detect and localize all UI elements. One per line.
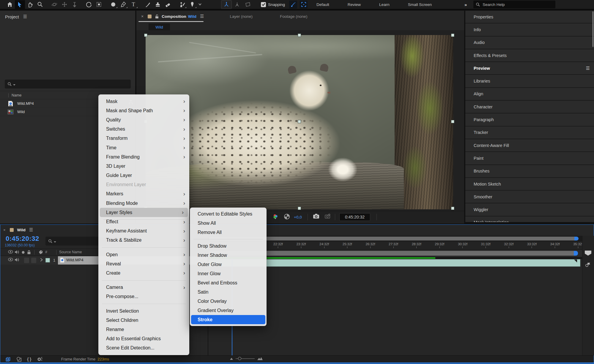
panel-tab[interactable]: Info ☰	[465, 23, 594, 36]
panel-tab[interactable]: Paragraph ☰	[465, 113, 594, 126]
viewer-panel-menu-icon[interactable]: ☰	[200, 14, 204, 19]
context-menu-item[interactable]: Invert Selection ›	[98, 306, 189, 316]
context-menu-item[interactable]: Guide Layer ›	[98, 171, 189, 180]
current-timecode[interactable]: 0:45:20:32	[6, 235, 39, 243]
snap-features-icon[interactable]	[289, 1, 297, 9]
orbit-camera-tool[interactable]	[49, 0, 59, 9]
context-menu-item[interactable]: Effect ›	[98, 217, 189, 226]
tab-footage[interactable]: Footage (none)	[280, 14, 307, 19]
clone-stamp-tool[interactable]	[153, 0, 163, 9]
composition-breadcrumb[interactable]: Wild	[149, 23, 170, 31]
workspace-tab[interactable]: Small Screen	[408, 2, 432, 7]
video-column-icon[interactable]	[8, 250, 13, 254]
context-menu-item[interactable]: Switches ›	[98, 125, 189, 134]
comp-button-icon[interactable]	[585, 262, 591, 267]
context-menu-item[interactable]: Keyframe Assistant ›	[98, 227, 189, 236]
workspace-tab[interactable]: Review	[348, 2, 361, 7]
context-menu-item[interactable]: Pre-compose... ›	[98, 292, 189, 301]
close-tab-icon[interactable]: ×	[3, 228, 6, 232]
sidebar-scrollbar[interactable]	[593, 11, 593, 47]
show-snapshot-icon[interactable]	[324, 213, 331, 219]
workspace-overflow-button[interactable]: »	[464, 2, 467, 7]
search-options-caret[interactable]	[13, 84, 15, 86]
selection-handle[interactable]	[451, 207, 454, 210]
eraser-tool[interactable]	[163, 0, 173, 9]
rotation-tool[interactable]	[84, 0, 94, 9]
switch-well[interactable]	[24, 258, 29, 263]
draft-3d-toggle-icon[interactable]	[16, 357, 22, 362]
submenu-item[interactable]: Drop Shadow	[190, 241, 267, 251]
context-menu-item[interactable]: Layer Styles ›	[100, 208, 188, 217]
panel-tab[interactable]: Align ☰	[465, 88, 594, 101]
panel-tab[interactable]: Properties ☰	[465, 11, 594, 23]
context-menu-item[interactable]: Mask ›	[98, 97, 189, 106]
panel-tab[interactable]: Motion Sketch ☰	[465, 178, 594, 191]
channel-rgb-icon[interactable]	[272, 213, 278, 219]
layer-name[interactable]: Wild.MP4	[66, 258, 83, 262]
dolly-camera-tool[interactable]	[70, 0, 80, 9]
context-menu-item[interactable]: Environment Layer ›	[98, 180, 189, 189]
tab-composition[interactable]: Composition	[162, 14, 186, 19]
timeline-tab[interactable]: × Wild ☰	[3, 227, 33, 232]
expressions-toggle-icon[interactable]: { }	[27, 357, 31, 362]
context-menu-item[interactable]: Camera ›	[98, 283, 189, 292]
project-panel-menu-icon[interactable]: ☰	[23, 14, 27, 19]
timeline-zoom-control[interactable]	[230, 357, 263, 360]
submenu-item[interactable]: Stroke	[191, 315, 265, 324]
panel-tab[interactable]: Character ☰	[465, 101, 594, 113]
source-name-column-header[interactable]: Source Name	[59, 250, 82, 254]
panel-tab[interactable]: Libraries ☰	[465, 75, 594, 88]
viewer-timecode[interactable]: 0:45:20:32	[339, 213, 370, 221]
shape-tool[interactable]	[108, 0, 118, 9]
layer-video-icon[interactable]	[8, 258, 13, 261]
submenu-item[interactable]: Satin	[190, 287, 267, 297]
lock-column-icon[interactable]	[27, 250, 31, 254]
selection-tool[interactable]	[15, 0, 25, 9]
context-menu-item[interactable]: Rename ›	[98, 325, 189, 334]
context-menu-item[interactable]: Time ›	[98, 143, 189, 152]
snapshot-camera-icon[interactable]	[313, 213, 319, 219]
submenu-item[interactable]: Gradient Overlay	[190, 306, 267, 315]
panel-menu-icon[interactable]: ☰	[586, 66, 590, 71]
help-search-box[interactable]	[473, 1, 555, 8]
help-search-input[interactable]	[483, 2, 542, 7]
puppet-pin-tool[interactable]	[187, 0, 197, 9]
panel-tab[interactable]: Wiggler ☰	[465, 203, 594, 216]
selection-handle[interactable]	[451, 34, 454, 37]
zoom-slider-thumb[interactable]	[238, 357, 241, 360]
context-menu-item[interactable]: Add to Essential Graphics ›	[98, 334, 189, 344]
tab-layer[interactable]: Layer (none)	[230, 14, 253, 19]
audio-column-icon[interactable]	[15, 250, 19, 254]
context-menu-item[interactable]: Scene Edit Detection... ›	[98, 344, 189, 353]
context-menu-item[interactable]: Track & Stabilize ›	[98, 236, 189, 245]
world-axis-mode-button[interactable]	[232, 0, 242, 9]
exposure-value[interactable]: +0,0	[294, 215, 302, 219]
layer-color-swatch[interactable]	[45, 258, 50, 262]
timeline-tab-label[interactable]: Wild	[17, 228, 26, 232]
submenu-item[interactable]: Inner Glow	[190, 269, 267, 278]
panel-tab[interactable]: Tracker ☰	[465, 126, 594, 139]
layer-expander-icon[interactable]	[40, 258, 43, 262]
brush-tool[interactable]	[143, 0, 153, 9]
index-column-header[interactable]: #	[45, 250, 47, 254]
tool-flyout-arrow[interactable]	[197, 0, 203, 9]
context-menu-item[interactable]: Frame Blending ›	[98, 152, 189, 162]
snap-bounding-box-icon[interactable]	[300, 1, 308, 9]
roto-brush-tool[interactable]	[177, 0, 187, 9]
selection-handle[interactable]	[298, 207, 301, 210]
submenu-item[interactable]: Inner Shadow	[190, 251, 267, 260]
close-tab-icon[interactable]: ×	[141, 14, 144, 19]
snapping-checkbox[interactable]	[261, 2, 266, 7]
selection-handle[interactable]	[298, 34, 301, 37]
layer-audio-icon[interactable]	[15, 258, 19, 262]
context-menu-item[interactable]: Select Children ›	[98, 316, 189, 325]
local-axis-mode-button[interactable]	[221, 0, 232, 9]
switch-well[interactable]	[31, 258, 36, 263]
timeline-panel-menu-icon[interactable]: ☰	[29, 227, 33, 232]
tab-composition-name[interactable]: Wild	[188, 14, 196, 19]
home-tool[interactable]	[5, 0, 15, 9]
context-menu-item[interactable]: Create ›	[98, 268, 189, 278]
panel-tab[interactable]: Preview ☰	[465, 62, 594, 75]
project-search-field[interactable]	[5, 80, 131, 88]
submenu-item[interactable]: Show All	[190, 219, 267, 228]
